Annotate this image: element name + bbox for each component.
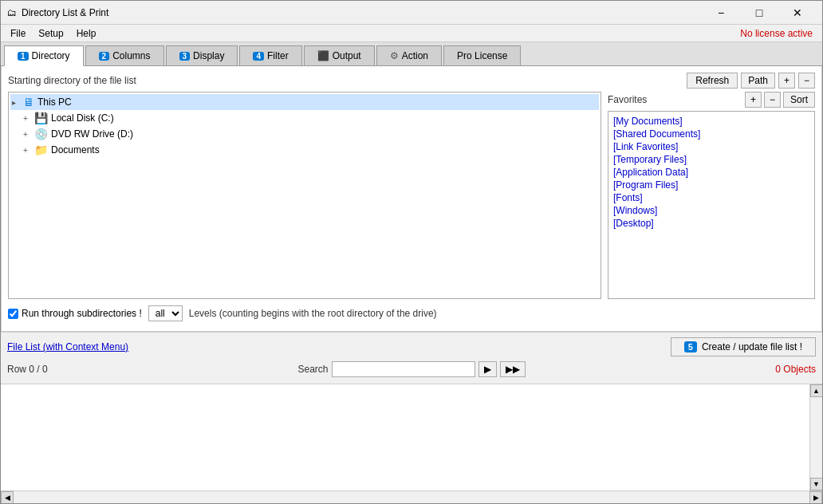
tab-display-label: Display <box>193 50 224 61</box>
fav-item-windows[interactable]: [Windows] <box>612 204 811 217</box>
tab-output[interactable]: ⬛ Output <box>304 45 375 65</box>
fav-controls: + − Sort <box>745 92 815 108</box>
subdir-checkbox[interactable] <box>8 309 18 319</box>
fav-item-desktop[interactable]: [Desktop] <box>612 217 811 230</box>
tab-content-directory: Starting directory of the file list Refr… <box>1 66 822 332</box>
objects-count: 0 Objects <box>775 364 816 375</box>
file-list-link[interactable]: File List (with Context Menu) <box>7 341 128 352</box>
scroll-left-button[interactable]: ◀ <box>1 491 14 504</box>
add-path-button[interactable]: + <box>778 73 795 89</box>
tab-directory-label: Directory <box>32 50 70 61</box>
tab-directory[interactable]: 1 Directory <box>4 45 84 66</box>
tab-pro-license[interactable]: Pro License <box>443 45 521 65</box>
tab-display[interactable]: 3 Display <box>166 45 238 65</box>
minimize-button[interactable]: − <box>703 2 739 24</box>
create-btn-num: 5 <box>684 341 697 352</box>
file-list-section: File List (with Context Menu) 5 Create /… <box>1 332 822 384</box>
output-icon: ⬛ <box>317 50 329 61</box>
tab-filter[interactable]: 4 Filter <box>239 45 301 65</box>
grid-with-scrollbar: ▲ ▼ <box>1 384 822 490</box>
fav-item-application-data[interactable]: [Application Data] <box>612 166 811 179</box>
no-license-text: No license active <box>740 28 819 39</box>
favorites-panel: Favorites + − Sort [My Documents] [Share… <box>608 92 815 299</box>
scroll-right-button[interactable]: ▶ <box>809 491 822 504</box>
app-window: 🗂 Directory List & Print − □ ✕ File Setu… <box>0 0 823 504</box>
fav-add-button[interactable]: + <box>745 92 762 108</box>
tab-output-label: Output <box>333 50 361 61</box>
tree-label-documents: Documents <box>51 144 100 156</box>
tab-action[interactable]: ⚙ Action <box>376 45 442 65</box>
grid-body[interactable] <box>1 384 809 490</box>
fav-item-my-documents[interactable]: [My Documents] <box>612 115 811 128</box>
scroll-up-button[interactable]: ▲ <box>810 384 823 397</box>
fav-item-temporary-files[interactable]: [Temporary Files] <box>612 153 811 166</box>
search-input[interactable] <box>332 361 475 377</box>
tree-toggle-documents: + <box>23 146 34 155</box>
tab-filter-label: Filter <box>267 50 289 61</box>
menu-file[interactable]: File <box>4 26 32 41</box>
tree-panel[interactable]: ▸ 🖥 This PC + 💾 Local Disk (C:) + 💿 DVD … <box>8 92 601 299</box>
tree-toggle-this-pc: ▸ <box>12 98 23 107</box>
refresh-button[interactable]: Refresh <box>687 73 738 89</box>
tree-item-local-disk[interactable]: + 💾 Local Disk (C:) <box>10 110 599 126</box>
tab-columns-num: 2 <box>99 52 110 61</box>
file-list-header: File List (with Context Menu) 5 Create /… <box>7 337 816 356</box>
scroll-track <box>810 397 822 478</box>
tab-action-label: Action <box>402 50 428 61</box>
fav-item-shared-documents[interactable]: [Shared Documents] <box>612 128 811 140</box>
starting-dir-bar: Starting directory of the file list Refr… <box>8 73 815 89</box>
tree-item-dvd-drive[interactable]: + 💿 DVD RW Drive (D:) <box>10 126 599 142</box>
horizontal-scrollbar[interactable]: ◀ ▶ <box>1 490 822 503</box>
restore-button[interactable]: □ <box>741 2 778 24</box>
h-scroll-track <box>14 493 809 502</box>
tab-directory-num: 1 <box>18 52 29 61</box>
tab-pro-license-label: Pro License <box>457 50 507 61</box>
fav-remove-button[interactable]: − <box>764 92 781 108</box>
action-icon: ⚙ <box>390 50 399 61</box>
tree-label-this-pc: This PC <box>37 96 72 108</box>
search-next-button[interactable]: ▶ <box>478 361 497 377</box>
row-info: Row 0 / 0 <box>7 364 48 375</box>
disk-icon: 💾 <box>34 112 48 124</box>
fav-list[interactable]: [My Documents] [Shared Documents] [Link … <box>608 111 815 299</box>
tab-columns-label: Columns <box>112 50 150 61</box>
levels-select[interactable]: all 1 2 3 <box>148 305 183 321</box>
tree-label-dvd-drive: DVD RW Drive (D:) <box>51 128 133 140</box>
vertical-scrollbar[interactable]: ▲ ▼ <box>809 384 822 490</box>
fav-item-link-favorites[interactable]: [Link Favorites] <box>612 140 811 153</box>
menu-setup[interactable]: Setup <box>32 26 69 41</box>
pc-icon: 🖥 <box>23 96 34 108</box>
menu-help[interactable]: Help <box>70 26 103 41</box>
starting-dir-label: Starting directory of the file list <box>8 75 136 86</box>
create-file-list-button[interactable]: 5 Create / update file list ! <box>671 337 816 356</box>
tab-filter-num: 4 <box>253 52 264 61</box>
fav-item-fonts[interactable]: [Fonts] <box>612 191 811 204</box>
close-button[interactable]: ✕ <box>779 2 816 24</box>
dvd-icon: 💿 <box>34 128 48 140</box>
subdir-checkbox-label[interactable]: Run through subdirectories ! <box>8 308 142 319</box>
tree-toggle-local-disk: + <box>23 114 34 123</box>
tree-label-local-disk: Local Disk (C:) <box>51 112 114 124</box>
data-grid-area: ▲ ▼ ◀ ▶ <box>1 384 822 503</box>
fav-item-program-files[interactable]: [Program Files] <box>612 179 811 191</box>
tree-item-documents[interactable]: + 📁 Documents <box>10 142 599 158</box>
tab-bar: 1 Directory 2 Columns 3 Display 4 Filter… <box>1 42 822 66</box>
favorites-header: Favorites + − Sort <box>608 92 815 108</box>
path-button[interactable]: Path <box>741 73 775 89</box>
app-icon: 🗂 <box>7 7 17 18</box>
dir-controls: Refresh Path + − <box>687 73 815 89</box>
search-last-button[interactable]: ▶▶ <box>500 361 526 377</box>
window-title: Directory List & Print <box>22 7 703 18</box>
title-bar: 🗂 Directory List & Print − □ ✕ <box>1 1 822 25</box>
levels-text: Levels (counting begins with the root di… <box>189 308 437 319</box>
scroll-down-button[interactable]: ▼ <box>810 478 823 490</box>
tree-toggle-dvd-drive: + <box>23 130 34 139</box>
tab-columns[interactable]: 2 Columns <box>85 45 164 65</box>
subdir-label-text: Run through subdirectories ! <box>22 308 142 319</box>
fav-sort-button[interactable]: Sort <box>783 92 815 108</box>
tree-item-this-pc[interactable]: ▸ 🖥 This PC <box>10 94 599 110</box>
tab-display-num: 3 <box>179 52 191 61</box>
subdir-row: Run through subdirectories ! all 1 2 3 L… <box>8 299 815 325</box>
remove-path-button[interactable]: − <box>798 73 815 89</box>
menu-bar: File Setup Help No license active <box>1 25 822 42</box>
